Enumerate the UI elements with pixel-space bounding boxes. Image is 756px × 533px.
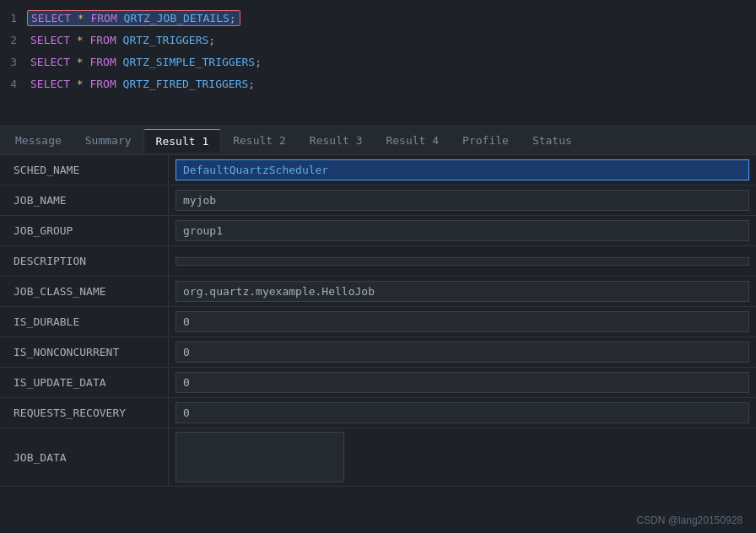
field-value-cell: org.quartz.myexample.HelloJob (169, 277, 756, 306)
semi-token: ; (255, 56, 262, 68)
tab-result-3[interactable]: Result 3 (298, 129, 375, 152)
tbl-token: QRTZ_JOB_DETAILS (117, 12, 230, 24)
editor-line-1: 1SELECT * FROM QRTZ_JOB_DETAILS; (0, 7, 756, 29)
kw-token: SELECT (30, 34, 70, 46)
field-value-cell (169, 246, 756, 276)
kw-token: FROM (89, 34, 116, 46)
star-token: * (70, 34, 89, 46)
line-number: 2 (3, 34, 27, 46)
field-value-cell: 0 (169, 398, 756, 428)
result-row: REQUESTS_RECOVERY0 (0, 398, 756, 428)
star-token: * (70, 78, 89, 90)
tab-result-4[interactable]: Result 4 (374, 129, 451, 152)
semi-token: ; (208, 34, 215, 46)
result-row: JOB_NAMEmyjob (0, 186, 756, 216)
field-value-cell: myjob (169, 186, 756, 215)
tbl-token: QRTZ_TRIGGERS (116, 34, 209, 46)
line-number: 4 (3, 78, 27, 90)
field-name: IS_UPDATE_DATA (0, 368, 169, 397)
line-content[interactable]: SELECT * FROM QRTZ_SIMPLE_TRIGGERS; (27, 55, 265, 69)
field-value-job_group[interactable]: group1 (176, 220, 749, 241)
field-value-cell: 0 (169, 337, 756, 367)
field-value-cell (169, 428, 756, 486)
kw-token: FROM (90, 12, 116, 24)
kw-token: SELECT (30, 56, 70, 68)
field-value-job_name[interactable]: myjob (176, 190, 749, 211)
semi-token: ; (248, 78, 255, 90)
result-row: IS_NONCONCURRENT0 (0, 337, 756, 368)
field-name: JOB_GROUP (0, 216, 169, 245)
field-value-job_class_name[interactable]: org.quartz.myexample.HelloJob (176, 281, 749, 302)
tab-profile[interactable]: Profile (451, 129, 521, 152)
result-row: IS_UPDATE_DATA0 (0, 368, 756, 398)
result-row: JOB_DATA (0, 428, 756, 487)
line-number: 3 (3, 56, 27, 68)
line-number: 1 (3, 12, 27, 24)
result-row: IS_DURABLE0 (0, 307, 756, 337)
field-value-description[interactable] (176, 257, 749, 266)
field-value-sched_name[interactable]: DefaultQuartzScheduler (176, 159, 749, 180)
editor-line-3: 3SELECT * FROM QRTZ_SIMPLE_TRIGGERS; (0, 51, 756, 73)
tbl-token: QRTZ_SIMPLE_TRIGGERS (116, 56, 255, 68)
kw-token: SELECT (31, 12, 71, 24)
field-name: JOB_NAME (0, 186, 169, 215)
field-value-cell: 0 (169, 368, 756, 397)
tab-result-1[interactable]: Result 1 (143, 129, 222, 153)
sql-editor: 1SELECT * FROM QRTZ_JOB_DETAILS;2SELECT … (0, 0, 756, 127)
field-name: JOB_DATA (0, 428, 169, 486)
field-value-is_durable[interactable]: 0 (176, 311, 749, 332)
results-section: SCHED_NAMEDefaultQuartzSchedulerJOB_NAME… (0, 155, 756, 533)
field-name: JOB_CLASS_NAME (0, 277, 169, 306)
field-name: REQUESTS_RECOVERY (0, 398, 169, 428)
watermark: CSDN @lang20150928 (636, 514, 742, 526)
line-content[interactable]: SELECT * FROM QRTZ_FIRED_TRIGGERS; (27, 77, 258, 91)
tab-summary[interactable]: Summary (73, 129, 143, 152)
tab-message[interactable]: Message (3, 129, 73, 152)
editor-line-4: 4SELECT * FROM QRTZ_FIRED_TRIGGERS; (0, 73, 756, 94)
kw-token: SELECT (30, 78, 70, 90)
field-name: IS_DURABLE (0, 307, 169, 336)
tab-result-2[interactable]: Result 2 (221, 129, 298, 152)
line-content[interactable]: SELECT * FROM QRTZ_JOB_DETAILS; (27, 10, 240, 26)
field-value-cell: DefaultQuartzScheduler (169, 155, 756, 185)
star-token: * (71, 12, 90, 24)
field-value-cell: 0 (169, 307, 756, 336)
result-row: JOB_GROUPgroup1 (0, 216, 756, 246)
field-value-cell: group1 (169, 216, 756, 245)
tab-status[interactable]: Status (521, 129, 584, 152)
tabs-bar: MessageSummaryResult 1Result 2Result 3Re… (0, 127, 756, 155)
result-row: DESCRIPTION (0, 246, 756, 277)
field-value-is_update_data[interactable]: 0 (176, 372, 749, 393)
star-token: * (70, 56, 89, 68)
field-value-is_nonconcurrent[interactable]: 0 (176, 342, 749, 363)
field-name: IS_NONCONCURRENT (0, 337, 169, 367)
field-value-requests_recovery[interactable]: 0 (176, 402, 749, 423)
semi-token: ; (230, 12, 236, 24)
app-container: 1SELECT * FROM QRTZ_JOB_DETAILS;2SELECT … (0, 0, 756, 533)
field-value-job_data[interactable] (176, 432, 344, 482)
kw-token: FROM (89, 56, 116, 68)
field-name: DESCRIPTION (0, 246, 169, 276)
result-row: SCHED_NAMEDefaultQuartzScheduler (0, 155, 756, 186)
result-row: JOB_CLASS_NAMEorg.quartz.myexample.Hello… (0, 277, 756, 307)
kw-token: FROM (89, 78, 116, 90)
line-content[interactable]: SELECT * FROM QRTZ_TRIGGERS; (27, 33, 219, 47)
tbl-token: QRTZ_FIRED_TRIGGERS (116, 78, 249, 90)
field-name: SCHED_NAME (0, 155, 169, 185)
editor-line-2: 2SELECT * FROM QRTZ_TRIGGERS; (0, 29, 756, 51)
